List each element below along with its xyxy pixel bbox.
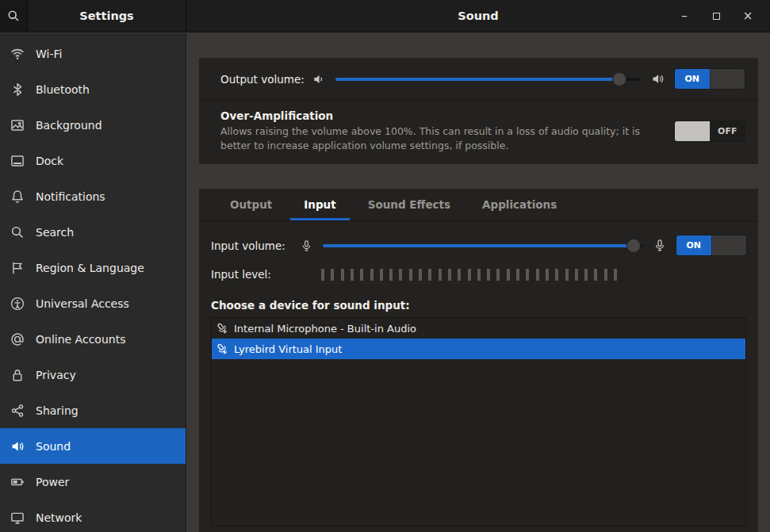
dock-icon (10, 154, 25, 168)
switch-on-label: ON (676, 235, 711, 255)
sidebar-item-privacy[interactable]: Privacy (0, 357, 186, 392)
tab-output[interactable]: Output (216, 189, 285, 220)
over-amplification-text: Over-Amplification Allows raising the vo… (220, 109, 650, 153)
bell-icon (10, 189, 25, 204)
sidebar-header: Settings (0, 0, 186, 32)
sidebar-item-dock[interactable]: Dock (0, 143, 186, 178)
sidebar-item-label: Power (36, 476, 69, 488)
input-level-row: Input level: (199, 260, 758, 287)
speaker-high-icon (651, 72, 665, 86)
search-button[interactable] (0, 0, 28, 32)
device-label: Internal Microphone - Built-in Audio (234, 323, 416, 335)
input-volume-row: Input volume: ON (199, 221, 758, 260)
universal-access-icon (10, 297, 25, 311)
input-level-label: Input level: (211, 268, 321, 281)
over-amplification-row: Over-Amplification Allows raising the vo… (199, 101, 758, 164)
sidebar-item-search[interactable]: Search (0, 214, 186, 250)
sidebar-item-bluetooth[interactable]: Bluetooth (0, 71, 186, 107)
output-volume-row: Output volume: ON (199, 58, 758, 100)
sidebar: Wi-Fi Bluetooth Background Dock (0, 33, 186, 532)
over-amplification-description: Allows raising the volume above 100%. Th… (220, 124, 650, 153)
microphone-low-icon (301, 239, 312, 252)
output-volume-label: Output volume: (220, 73, 305, 86)
sidebar-item-network[interactable]: Network (0, 499, 186, 532)
sidebar-item-wifi[interactable]: Wi-Fi (0, 36, 186, 71)
sidebar-item-universal-access[interactable]: Universal Access (0, 285, 186, 321)
tab-input[interactable]: Input (290, 189, 349, 220)
sidebar-item-label: Bluetooth (36, 83, 90, 96)
sidebar-item-label: Region & Language (36, 262, 144, 274)
slider-handle[interactable] (612, 72, 626, 86)
tab-applications[interactable]: Applications (469, 189, 570, 220)
device-row-lyrebird-virtual-input[interactable]: Lyrebird Virtual Input (212, 339, 745, 359)
tab-sound-effects[interactable]: Sound Effects (354, 189, 464, 220)
sidebar-item-notifications[interactable]: Notifications (0, 178, 186, 214)
network-icon (10, 511, 25, 525)
tab-bar: Output Input Sound Effects Applications (199, 189, 758, 221)
sidebar-item-label: Universal Access (36, 297, 129, 310)
input-volume-slider[interactable] (323, 239, 643, 253)
sidebar-item-label: Sound (36, 440, 71, 453)
microphone-high-icon (653, 239, 666, 252)
speaker-icon (10, 439, 25, 454)
maximize-icon (713, 13, 720, 20)
titlebar: Sound – × (186, 0, 770, 32)
switch-off-label: OFF (711, 121, 745, 141)
window-controls: – × (675, 6, 770, 25)
sidebar-item-label: Online Accounts (36, 333, 125, 346)
minimize-button[interactable]: – (675, 6, 694, 25)
sidebar-item-label: Search (36, 226, 74, 239)
sidebar-item-label: Network (36, 511, 82, 524)
slider-fill (335, 78, 619, 81)
main-content: Output volume: ON (186, 33, 770, 532)
over-amplification-switch[interactable]: OFF (674, 121, 745, 142)
sidebar-item-sharing[interactable]: Sharing (0, 392, 186, 428)
bluetooth-icon (10, 82, 25, 97)
device-heading: Choose a device for sound input: (199, 287, 758, 317)
battery-icon (10, 475, 25, 489)
sidebar-item-power[interactable]: Power (0, 464, 186, 499)
input-device-list: Internal Microphone - Built-in Audio Lyr… (211, 317, 746, 526)
sound-tabs-card: Output Input Sound Effects Applications … (199, 189, 758, 532)
sidebar-item-label: Sharing (36, 404, 79, 417)
microphone-icon (213, 340, 232, 358)
header-bar: Settings Sound – × (0, 0, 770, 33)
settings-title: Settings (28, 0, 186, 32)
sidebar-item-online-accounts[interactable]: Online Accounts (0, 321, 186, 357)
slider-handle[interactable] (626, 239, 641, 253)
device-row-internal-microphone[interactable]: Internal Microphone - Built-in Audio (212, 318, 745, 339)
over-amplification-title: Over-Amplification (220, 109, 650, 122)
search-icon (7, 10, 20, 22)
sidebar-item-label: Notifications (36, 190, 105, 203)
share-icon (10, 404, 25, 418)
output-volume-slider[interactable] (335, 72, 641, 86)
switch-knob (710, 69, 745, 89)
privacy-hand-icon (10, 368, 25, 382)
sidebar-item-label: Wi-Fi (36, 48, 62, 60)
sidebar-item-label: Dock (36, 155, 63, 167)
maximize-button[interactable] (707, 6, 726, 25)
speaker-low-icon (312, 73, 325, 86)
flag-icon (10, 261, 25, 275)
input-volume-label: Input volume: (211, 239, 293, 252)
sidebar-item-label: Privacy (36, 369, 76, 381)
sidebar-item-region-language[interactable]: Region & Language (0, 250, 186, 285)
slider-fill (323, 244, 634, 247)
output-volume-card: Output volume: ON (199, 58, 758, 164)
wifi-icon (10, 47, 25, 61)
close-button[interactable]: × (738, 6, 757, 25)
switch-knob (675, 121, 711, 141)
device-label: Lyrebird Virtual Input (234, 343, 342, 355)
sidebar-item-sound[interactable]: Sound (0, 428, 186, 464)
input-level-meter (321, 269, 623, 281)
switch-on-label: ON (675, 69, 710, 89)
search-icon (10, 225, 25, 239)
input-volume-switch[interactable]: ON (676, 235, 747, 256)
online-accounts-icon (10, 332, 25, 346)
background-icon (10, 118, 25, 132)
output-volume-switch[interactable]: ON (674, 68, 745, 90)
switch-knob (711, 235, 747, 255)
sidebar-item-label: Background (36, 119, 102, 132)
microphone-icon (213, 320, 232, 338)
sidebar-item-background[interactable]: Background (0, 107, 186, 143)
